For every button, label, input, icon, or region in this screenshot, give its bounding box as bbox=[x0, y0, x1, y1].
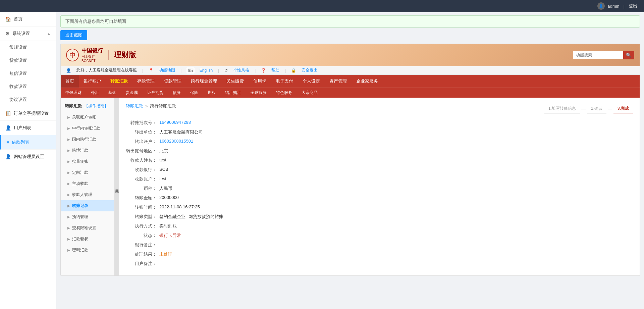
nav-sub-commodity[interactable]: 大宗商品 bbox=[297, 88, 322, 98]
sidebar-label-home: 首页 bbox=[14, 16, 22, 22]
nav-bank-account[interactable]: 银行账户 bbox=[79, 75, 106, 88]
menu-item-remit-package[interactable]: ▶ 汇款套餐 bbox=[61, 234, 114, 245]
nav-sub-exchange[interactable]: 结汇购汇 bbox=[220, 88, 246, 98]
sidebar-item-home[interactable]: 🏠 首页 bbox=[0, 12, 56, 27]
label-payee-name: 收款人姓名： bbox=[126, 157, 159, 163]
sidebar-item-protocol[interactable]: 协议设置 bbox=[0, 93, 56, 106]
sidebar-label-sms: 短信设置 bbox=[9, 70, 27, 76]
menu-item-domestic-cross[interactable]: ▶ 国内跨行汇款 bbox=[61, 134, 114, 145]
menu-item-boc-transfer[interactable]: ▶ 中行内转账汇款 bbox=[61, 123, 114, 134]
nav-enterprise[interactable]: 企业家服务 bbox=[352, 75, 383, 88]
menu-item-cross-border[interactable]: ▶ 跨境汇款 bbox=[61, 145, 114, 156]
info-banner-text: 下面所有信息条目均可自助填写 bbox=[65, 19, 126, 24]
bank-user-bar: 👤 您好，人工客服金融经理在线客服 | 📍 功能地图 | En English … bbox=[61, 66, 640, 75]
header-divider: | bbox=[624, 4, 625, 9]
bank-product: 理财版 bbox=[108, 50, 136, 60]
menu-item-linked-account[interactable]: ▶ 关联账户转账 bbox=[61, 112, 114, 123]
menu-item-pw-remit[interactable]: ▶ 密码汇款 bbox=[61, 245, 114, 256]
detail-row-amount: 转账金额： 20000000 bbox=[126, 195, 633, 201]
nav-sub-global[interactable]: 全球服务 bbox=[246, 88, 271, 98]
english-link[interactable]: English bbox=[200, 68, 213, 73]
nav-home[interactable]: 首页 bbox=[61, 75, 79, 88]
screenshot-button[interactable]: 点击截图 bbox=[60, 30, 87, 40]
label-out-account: 转出账户： bbox=[126, 139, 159, 145]
menu-arrow-icon: ▶ bbox=[67, 115, 70, 119]
map-icon: 📍 bbox=[149, 68, 154, 73]
nav-personal-setting[interactable]: 个人设定 bbox=[298, 75, 325, 88]
nav-sub-futures[interactable]: 证券期货 bbox=[143, 88, 168, 98]
menu-item-transfer-records[interactable]: ▶ 转账记录 bbox=[61, 200, 114, 211]
user-greeting: 您好，人工客服金融经理在线客服 bbox=[76, 67, 137, 73]
nav-sub-special[interactable]: 特色服务 bbox=[271, 88, 297, 98]
sidebar-item-collection[interactable]: 收款设置 bbox=[0, 80, 56, 93]
func-map-link[interactable]: 功能地图 bbox=[159, 67, 175, 73]
value-payee-name: test bbox=[159, 157, 166, 162]
bank-search-button[interactable]: 🔍 bbox=[623, 51, 634, 59]
detail-row-out-account: 转出账户： 16602808015501 bbox=[126, 139, 633, 145]
nav-sub-fund[interactable]: 基金 bbox=[104, 88, 121, 98]
menu-item-appointment[interactable]: ▶ 预约管理 bbox=[61, 211, 114, 222]
site-admin-icon: 👤 bbox=[5, 154, 11, 159]
value-type: 签约金融企业--网贷放款预约转账 bbox=[159, 214, 223, 220]
nav-e-payment[interactable]: 电子支付 bbox=[271, 75, 298, 88]
sidebar-item-order-text[interactable]: 📋 订单文字提醒设置 bbox=[0, 106, 56, 121]
detail-row-exec-method: 执行方式： 实时到账 bbox=[126, 223, 633, 229]
nav-cross-cash[interactable]: 跨行现金管理 bbox=[186, 75, 222, 88]
bank-nav-sub: 中银理财 外汇 基金 贵金属 证券期货 债务 保险 期权 结汇购汇 全球服务 特… bbox=[61, 88, 640, 98]
nav-deposit[interactable]: 存款管理 bbox=[132, 75, 159, 88]
menu-arrow-icon-9: ▶ bbox=[67, 204, 70, 208]
nav-sub-debt[interactable]: 债务 bbox=[168, 88, 185, 98]
admin-info: 👤 admin | 登出 bbox=[597, 2, 637, 10]
nav-sub-boc[interactable]: 中银理财 bbox=[61, 88, 86, 98]
label-time: 转账时间： bbox=[126, 204, 159, 210]
sidebar-item-loan-settings[interactable]: 贷款设置 bbox=[0, 54, 56, 67]
nav-asset[interactable]: 资产管理 bbox=[325, 75, 352, 88]
nav-sub-forex[interactable]: 外汇 bbox=[86, 88, 104, 98]
bank-left-menu: 转账汇款 【操作指南】 ▶ 关联账户转账 ▶ 中行内转账汇款 ▶ 国内跨行汇款 bbox=[61, 98, 114, 275]
bank-search-input[interactable] bbox=[573, 51, 623, 59]
sidebar-label-order: 订单文字提醒设置 bbox=[14, 110, 49, 116]
label-exec-method: 执行方式： bbox=[126, 223, 159, 229]
logout-link[interactable]: 登出 bbox=[629, 3, 637, 9]
menu-item-batch-transfer[interactable]: ▶ 批量转账 bbox=[61, 156, 114, 167]
profile-link[interactable]: 个性风格 bbox=[233, 67, 249, 73]
nav-sub-gold[interactable]: 贵金属 bbox=[121, 88, 143, 98]
gear-icon: ⚙ bbox=[5, 31, 10, 36]
sidebar-item-general[interactable]: 常规设置 bbox=[0, 41, 56, 54]
sidebar-item-sys-settings[interactable]: ⚙ 系统设置 ▲ bbox=[0, 27, 56, 41]
nav-loan[interactable]: 贷款管理 bbox=[159, 75, 186, 88]
operation-guide-link[interactable]: 【操作指南】 bbox=[84, 103, 108, 109]
detail-row-batch-no: 转账批次号： 1649606947298 bbox=[126, 120, 633, 126]
sidebar-item-users[interactable]: 👤 用户列表 bbox=[0, 121, 56, 135]
nav-transfer[interactable]: 转账汇款 bbox=[106, 75, 132, 88]
help-link[interactable]: 帮助 bbox=[271, 67, 279, 73]
safe-logout-link[interactable]: 安全退出 bbox=[302, 67, 318, 73]
sidebar-label-protocol: 协议设置 bbox=[9, 97, 27, 103]
bank-name-block: 中国银行 网上银行 BOCNET bbox=[82, 47, 103, 63]
bank-name-en1: 网上银行 BOCNET bbox=[82, 54, 103, 63]
menu-arrow-icon-10: ▶ bbox=[67, 215, 70, 219]
label-payee-bank: 收款银行： bbox=[126, 167, 159, 173]
detail-row-unit: 转出单位： 人工客服金融有限公司 bbox=[126, 129, 633, 135]
menu-item-directed-remit[interactable]: ▶ 定向汇款 bbox=[61, 167, 114, 178]
menu-item-active-collection[interactable]: ▶ 主动收款 bbox=[61, 178, 114, 189]
value-region: 北京 bbox=[159, 148, 168, 154]
sidebar-item-loans[interactable]: ≡ 借款列表 bbox=[0, 135, 56, 150]
menu-arrow-icon-13: ▶ bbox=[67, 248, 70, 252]
side-menu-toggle[interactable]: 隐藏菜单 bbox=[114, 98, 119, 275]
value-status: 银行卡异常 bbox=[159, 233, 181, 239]
nav-livelihood[interactable]: 民生缴费 bbox=[222, 75, 249, 88]
nav-credit-card[interactable]: 信用卡 bbox=[249, 75, 271, 88]
nav-sub-options[interactable]: 期权 bbox=[203, 88, 220, 98]
breadcrumb-parent-link[interactable]: 转账汇款 bbox=[126, 103, 143, 109]
menu-item-limit-settings[interactable]: ▶ 交易限额设置 bbox=[61, 222, 114, 234]
steps-indicator: 1.填写转账信息 — 2.确认 — 3.完成 bbox=[544, 104, 633, 113]
sidebar-item-sms[interactable]: 短信设置 bbox=[0, 67, 56, 80]
breadcrumb-current: 跨行转账汇款 bbox=[150, 103, 176, 109]
nav-sub-insurance[interactable]: 保险 bbox=[185, 88, 203, 98]
menu-arrow-icon-5: ▶ bbox=[67, 160, 70, 163]
menu-item-payee-management[interactable]: ▶ 收款人管理 bbox=[61, 189, 114, 200]
sidebar-item-site-admin[interactable]: 👤 网站管理员设置 bbox=[0, 150, 56, 164]
label-payee-account: 收款账户： bbox=[126, 176, 159, 182]
sidebar: 🏠 首页 ⚙ 系统设置 ▲ 常规设置 贷款设置 短信设置 收款设置 协议设置 📋… bbox=[0, 12, 56, 309]
